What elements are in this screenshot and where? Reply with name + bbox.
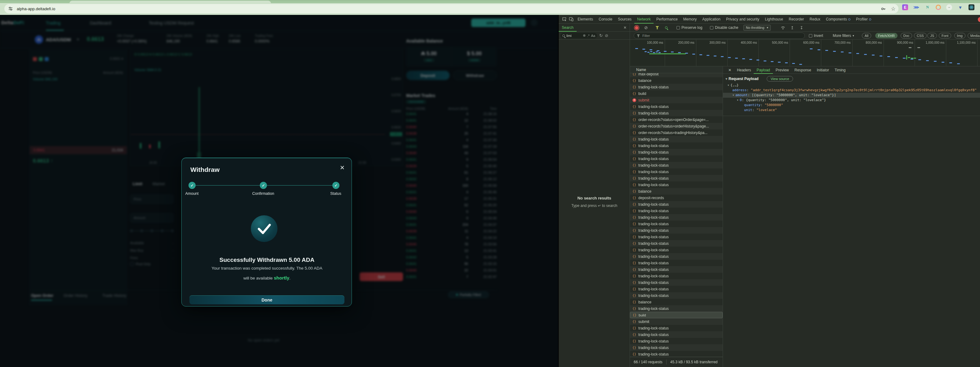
devtools-tab-performance[interactable]: Performance xyxy=(654,15,681,24)
devtools-tab-components[interactable]: Components xyxy=(823,15,853,24)
request-row[interactable]: {}trading-lock-status xyxy=(630,214,723,220)
console-error-badge[interactable] xyxy=(978,17,980,22)
done-button[interactable]: Done xyxy=(189,295,344,304)
request-row[interactable]: {}balance xyxy=(630,77,723,84)
request-row[interactable]: {}trading-lock-status xyxy=(630,351,723,357)
request-row[interactable]: {}trading-lock-status xyxy=(630,175,723,182)
request-row[interactable]: {}trading-lock-status xyxy=(630,182,723,188)
clear-network-icon[interactable]: ⊘ xyxy=(644,24,648,32)
filter-input[interactable]: Filter xyxy=(634,33,805,39)
request-row[interactable]: {}trading-lock-status xyxy=(630,103,723,110)
request-row[interactable]: {}trading-lock-status xyxy=(630,142,723,149)
request-row[interactable]: {}submit xyxy=(630,318,723,325)
search-input[interactable]: limi ⊗ .* Aa xyxy=(560,33,597,38)
request-row[interactable]: {}trading-lock-status xyxy=(630,240,723,247)
payload-root[interactable]: ▾{,…} xyxy=(723,83,980,88)
disable-cache-checkbox[interactable]: Disable cache xyxy=(710,24,738,32)
request-row[interactable]: {}trading-lock-status xyxy=(630,227,723,234)
filter-chip-css[interactable]: CSS xyxy=(914,33,927,38)
filter-chip-font[interactable]: Font xyxy=(939,33,951,38)
request-row[interactable]: {}trading-lock-status xyxy=(630,84,723,90)
match-case-icon[interactable]: Aa xyxy=(591,34,595,38)
detail-tab-initiator[interactable]: Initiator xyxy=(814,66,832,74)
browser-active-tab[interactable] xyxy=(70,1,271,4)
network-conditions-icon[interactable] xyxy=(781,24,785,32)
extension-icon[interactable]: ⋙ xyxy=(913,4,919,10)
detail-tab-payload[interactable]: Payload xyxy=(754,66,773,74)
request-row[interactable]: {}balance xyxy=(630,299,723,305)
request-row[interactable]: {}trading-lock-status xyxy=(630,279,723,286)
request-row[interactable]: {}trading-lock-status xyxy=(630,266,723,273)
request-row[interactable]: {}trading-lock-status xyxy=(630,286,723,292)
detail-tab-headers[interactable]: Headers xyxy=(734,66,754,74)
request-row[interactable]: {}trading-lock-status xyxy=(630,220,723,227)
devtools-tab-memory[interactable]: Memory xyxy=(681,15,699,24)
filter-chip-media[interactable]: Media xyxy=(967,33,980,38)
request-row[interactable]: {}trading-lock-status xyxy=(630,155,723,162)
request-row[interactable]: {}trading-lock-status xyxy=(630,110,723,116)
view-source-button[interactable]: View source xyxy=(767,76,793,81)
devtools-tab-lighthouse[interactable]: Lighthouse xyxy=(762,15,786,24)
request-row[interactable]: {}trading-lock-status xyxy=(630,338,723,345)
more-filters-dropdown[interactable]: More filters▾ xyxy=(833,32,854,40)
request-table-header[interactable]: Name xyxy=(630,66,723,73)
devtools-tab-redux[interactable]: Redux xyxy=(807,15,823,24)
address-bar[interactable]: alpha-app.deltadefi.io ☆ xyxy=(4,4,899,13)
clear-input-icon[interactable]: ⊗ xyxy=(583,34,585,38)
password-key-icon[interactable] xyxy=(880,6,886,11)
request-row[interactable]: {}trading-lock-status xyxy=(630,149,723,155)
filter-chip-img[interactable]: Img xyxy=(954,33,966,38)
network-overview-waterfall[interactable]: 100,000 ms200,000 ms300,000 ms400,000 ms… xyxy=(630,40,980,66)
close-search-icon[interactable]: ✕ xyxy=(624,26,627,30)
request-row[interactable]: {}trading-lock-status xyxy=(630,168,723,175)
throttling-select[interactable]: No throttling▾ xyxy=(743,24,771,32)
filter-chip-fetch-xhr[interactable]: Fetch/XHR xyxy=(875,33,897,38)
request-row[interactable]: {}trading-lock-status xyxy=(630,201,723,207)
refresh-icon[interactable]: ↻ xyxy=(599,33,603,38)
regex-toggle-icon[interactable]: .* xyxy=(587,34,589,38)
filter-chip-doc[interactable]: Doc xyxy=(900,33,912,38)
filter-chip-js[interactable]: JS xyxy=(927,33,937,38)
devtools-tab-network[interactable]: Network xyxy=(634,15,654,24)
devtools-tab-sources[interactable]: Sources xyxy=(615,15,634,24)
devtools-tab-profiler[interactable]: Profiler xyxy=(853,15,874,24)
request-row[interactable]: {}trading-lock-status xyxy=(630,136,723,142)
request-payload-section[interactable]: ▾Request Payload xyxy=(725,77,759,81)
extension-icon[interactable]: N xyxy=(924,4,931,10)
devtools-tab-recorder[interactable]: Recorder xyxy=(786,15,807,24)
extension-icon[interactable] xyxy=(935,5,941,10)
device-toolbar-icon[interactable] xyxy=(568,16,574,22)
filter-chip-all[interactable]: All xyxy=(862,33,871,38)
detail-tab-response[interactable]: Response xyxy=(792,66,814,74)
tab-search[interactable]: Search xyxy=(559,24,577,32)
export-har-icon[interactable]: ↧ xyxy=(800,24,803,32)
record-button[interactable] xyxy=(635,24,638,32)
clear-results-icon[interactable]: ⊘ xyxy=(605,33,608,38)
request-row[interactable]: {}order-records?status=tradingHistory&pa… xyxy=(630,129,723,136)
request-row[interactable]: {}max-deposit xyxy=(630,73,723,77)
devtools-tab-privacy-and-security[interactable]: Privacy and security xyxy=(723,15,762,24)
request-row[interactable]: {}order-records?status=orderHistory&page… xyxy=(630,123,723,129)
request-row[interactable]: {}trading-lock-status xyxy=(630,162,723,168)
close-detail-icon[interactable]: ✕ xyxy=(726,66,733,74)
request-row[interactable]: {}order-records?status=openOrder&page=..… xyxy=(630,116,723,123)
preserve-log-checkbox[interactable]: Preserve log xyxy=(676,24,702,32)
extension-icon[interactable]: E xyxy=(902,4,908,10)
devtools-tab-console[interactable]: Console xyxy=(596,15,615,24)
request-row[interactable]: {}trading-lock-status xyxy=(630,305,723,312)
devtools-tab-elements[interactable]: Elements xyxy=(575,15,596,24)
search-toggle-icon[interactable] xyxy=(665,24,668,32)
request-row[interactable]: {}trading-lock-status xyxy=(630,247,723,253)
bookmark-star-icon[interactable]: ☆ xyxy=(890,6,896,11)
extension-icon[interactable]: •• xyxy=(946,4,952,10)
import-har-icon[interactable]: ↥ xyxy=(791,24,794,32)
request-row[interactable]: {}trading-lock-status xyxy=(630,260,723,266)
request-row[interactable]: {}trading-lock-status xyxy=(630,331,723,338)
close-icon[interactable]: ✕ xyxy=(340,164,345,171)
extension-icon[interactable]: ▼ xyxy=(958,4,963,10)
detail-tab-preview[interactable]: Preview xyxy=(773,66,792,74)
request-row[interactable]: {}trading-lock-status xyxy=(630,273,723,279)
request-row[interactable]: ✕submit xyxy=(630,97,723,103)
request-row[interactable]: {}trading-lock-status xyxy=(630,292,723,299)
request-row[interactable]: {}build xyxy=(630,312,723,318)
